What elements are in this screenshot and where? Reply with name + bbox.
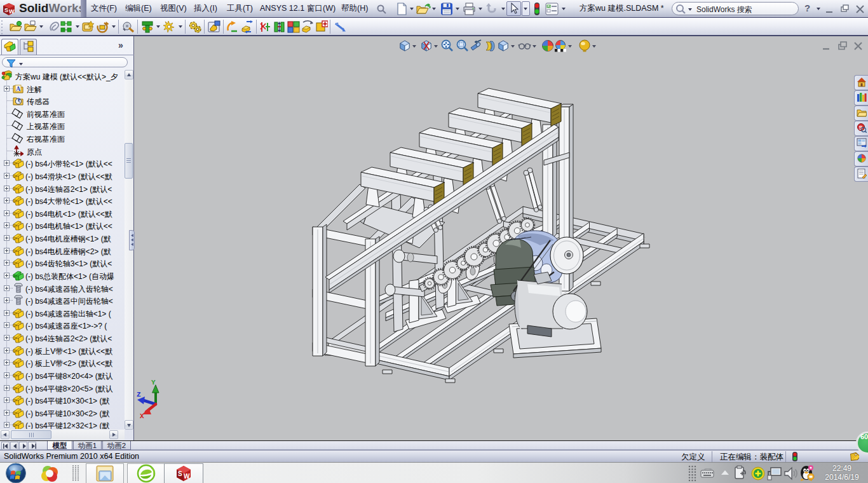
svg-text:S: S — [4, 7, 8, 13]
svg-text:Y: Y — [151, 380, 156, 386]
svg-text:W: W — [9, 8, 15, 15]
svg-text:X: X — [140, 412, 144, 418]
svg-text:S: S — [859, 125, 863, 131]
svg-text:A: A — [16, 86, 20, 92]
svg-text:S: S — [178, 470, 182, 477]
svg-text:W: W — [184, 473, 190, 480]
svg-text:Z: Z — [137, 391, 141, 398]
